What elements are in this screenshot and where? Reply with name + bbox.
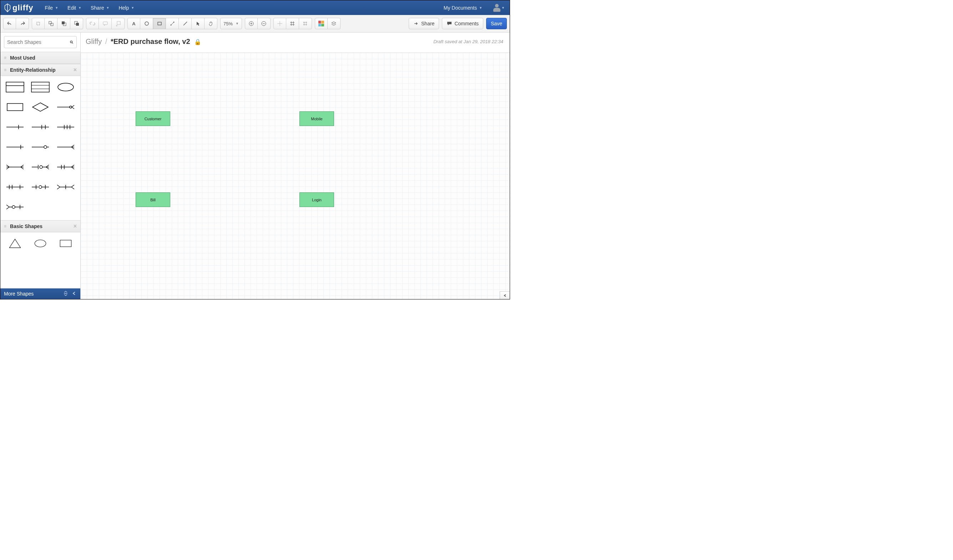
- erd-node-customer[interactable]: Customer: [136, 112, 170, 126]
- svg-rect-2: [51, 23, 53, 26]
- lib-header-most-used[interactable]: ≡ Most Used: [0, 52, 80, 64]
- menu-file[interactable]: File▼: [41, 3, 62, 13]
- group-button[interactable]: [45, 18, 57, 29]
- bring-front-button[interactable]: [57, 18, 70, 29]
- close-icon[interactable]: ×: [73, 223, 77, 230]
- er-entity-table-shape[interactable]: [4, 80, 26, 94]
- toolbar: A 75% ▼ Share Comments Save: [0, 15, 510, 33]
- canvas-grid[interactable]: Customer Mobile Bill Login: [81, 53, 510, 299]
- menu-share[interactable]: Share▼: [86, 3, 113, 13]
- svg-point-71: [35, 240, 46, 247]
- basic-rectangle-shape[interactable]: [55, 237, 77, 250]
- grid-toggle-button[interactable]: [286, 18, 299, 29]
- er-relationship-diamond-shape[interactable]: [29, 100, 51, 114]
- er-crow-one-crow-shape[interactable]: [55, 180, 77, 194]
- more-shapes-button[interactable]: More Shapes: [4, 291, 34, 296]
- layers-button[interactable]: [327, 18, 340, 29]
- svg-line-14: [183, 22, 187, 25]
- pointer-tool-button[interactable]: [192, 18, 205, 29]
- collapse-sidebar-button[interactable]: [72, 291, 77, 297]
- zoom-in-button[interactable]: [245, 18, 258, 29]
- pan-tool-button[interactable]: [205, 18, 217, 29]
- er-attribute-ellipse-shape[interactable]: [55, 80, 77, 94]
- app-logo[interactable]: gliffy: [3, 3, 38, 12]
- er-manyone-crow-shape[interactable]: [4, 180, 26, 194]
- er-line-one-shape[interactable]: [4, 120, 26, 134]
- undo-button[interactable]: [3, 18, 16, 29]
- zoom-select[interactable]: 75% ▼: [220, 18, 242, 29]
- lib-title: Entity-Relationship: [10, 67, 56, 73]
- note-button[interactable]: [99, 18, 112, 29]
- lib-body-er: [0, 76, 80, 220]
- connector-tool-button[interactable]: [166, 18, 179, 29]
- svg-rect-8: [117, 22, 120, 25]
- lib-header-er[interactable]: ≡ Entity-Relationship ×: [0, 64, 80, 76]
- er-line-manymany-shape[interactable]: [55, 120, 77, 134]
- er-crowsfoot-shape[interactable]: [55, 140, 77, 154]
- my-documents-link[interactable]: My Documents▼: [439, 3, 486, 13]
- er-line-zero-shape[interactable]: [29, 140, 51, 154]
- menu-edit[interactable]: Edit▼: [63, 3, 86, 13]
- guides-button[interactable]: [299, 18, 312, 29]
- gliffy-logo-icon: [4, 3, 11, 12]
- text-tool-button[interactable]: A: [127, 18, 140, 29]
- snap-button[interactable]: [273, 18, 286, 29]
- fit-button[interactable]: [32, 18, 45, 29]
- svg-point-9: [145, 22, 149, 25]
- er-crowsfoot-both-shape[interactable]: [4, 160, 26, 174]
- erd-node-mobile[interactable]: Mobile: [300, 112, 334, 126]
- workspace: ≡ Most Used ≡ Entity-Relationship ×: [0, 33, 510, 299]
- menu-help[interactable]: Help▼: [114, 3, 138, 13]
- main-menu: File▼ Edit▼ Share▼ Help▼: [41, 3, 139, 13]
- shape-search[interactable]: [4, 36, 77, 48]
- er-one-zero-crow-shape[interactable]: [29, 160, 51, 174]
- er-entity-rect-shape[interactable]: [4, 100, 26, 114]
- er-line-zeroone-shape[interactable]: [4, 140, 26, 154]
- zoom-out-button[interactable]: [258, 18, 270, 29]
- lib-body-basic: [0, 232, 80, 257]
- ellipse-tool-button[interactable]: [140, 18, 153, 29]
- er-crow-circle-one-shape[interactable]: [4, 200, 26, 214]
- svg-rect-0: [37, 22, 40, 25]
- lib-header-basic[interactable]: ≡ Basic Shapes ×: [0, 220, 80, 232]
- chevron-down-icon: ▼: [131, 6, 134, 9]
- link-button[interactable]: [86, 18, 99, 29]
- breadcrumb-root[interactable]: Gliffy: [86, 37, 102, 45]
- draft-status: Draft saved at Jan 29, 2018 22:34: [433, 39, 503, 44]
- line-tool-button[interactable]: [179, 18, 192, 29]
- er-entity-grid-shape[interactable]: [29, 80, 51, 94]
- save-button[interactable]: Save: [486, 18, 507, 29]
- send-back-button[interactable]: [70, 18, 83, 29]
- svg-point-22: [70, 41, 73, 43]
- erd-node-bill[interactable]: Bill: [136, 192, 170, 207]
- document-header: Gliffy / *ERD purchase flow, v2 🔒 Draft …: [81, 33, 510, 49]
- erd-node-login[interactable]: Login: [300, 192, 334, 207]
- popup-button[interactable]: [112, 18, 124, 29]
- close-icon[interactable]: ×: [73, 67, 77, 73]
- rectangle-tool-button[interactable]: [153, 18, 166, 29]
- svg-rect-7: [103, 22, 107, 25]
- basic-triangle-shape[interactable]: [4, 237, 26, 250]
- er-line-many-shape[interactable]: [29, 120, 51, 134]
- er-one-circle-one-shape[interactable]: [29, 180, 51, 194]
- collapse-vertical-button[interactable]: [63, 291, 68, 297]
- chevron-down-icon: ▼: [55, 6, 58, 9]
- comments-button[interactable]: Comments: [442, 18, 483, 29]
- lock-icon: 🔒: [194, 39, 201, 45]
- chevron-down-icon: ▼: [479, 6, 482, 9]
- expand-panel-button[interactable]: [500, 291, 510, 299]
- user-menu[interactable]: ▼: [488, 4, 508, 12]
- shape-search-input[interactable]: [7, 39, 70, 45]
- basic-ellipse-shape[interactable]: [29, 237, 51, 250]
- theme-button[interactable]: [315, 18, 327, 29]
- zoom-value: 75%: [224, 21, 233, 26]
- document-title[interactable]: *ERD purchase flow, v2: [111, 37, 190, 45]
- share-button[interactable]: Share: [409, 18, 439, 29]
- er-many-crow-shape[interactable]: [55, 160, 77, 174]
- user-avatar-icon: [493, 4, 501, 12]
- redo-button[interactable]: [16, 18, 29, 29]
- svg-rect-26: [31, 82, 49, 92]
- svg-line-23: [72, 42, 73, 43]
- search-icon: [70, 39, 73, 45]
- er-crowsfoot-one-shape[interactable]: [55, 100, 77, 114]
